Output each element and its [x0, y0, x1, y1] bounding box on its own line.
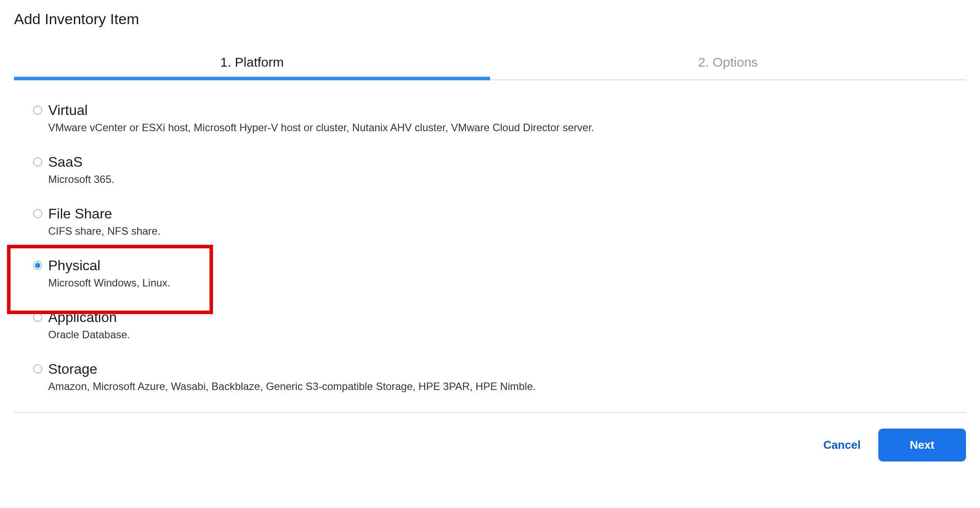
option-desc: Amazon, Microsoft Azure, Wasabi, Backbla…	[48, 380, 536, 393]
option-virtual[interactable]: Virtual VMware vCenter or ESXi host, Mic…	[33, 101, 966, 134]
option-title: Virtual	[48, 101, 594, 119]
option-body: Physical Microsoft Windows, Linux.	[48, 257, 170, 289]
radio-storage[interactable]	[33, 365, 42, 373]
step-platform[interactable]: 1. Platform	[14, 49, 490, 79]
radio-physical[interactable]	[33, 261, 42, 270]
option-body: Application Oracle Database.	[48, 308, 130, 341]
radio-application[interactable]	[33, 313, 42, 322]
radio-saas[interactable]	[33, 157, 42, 166]
option-desc: Oracle Database.	[48, 329, 130, 341]
option-application[interactable]: Application Oracle Database.	[33, 308, 966, 341]
option-body: Virtual VMware vCenter or ESXi host, Mic…	[48, 101, 594, 134]
option-desc: Microsoft Windows, Linux.	[48, 277, 170, 289]
option-title: Application	[48, 308, 130, 326]
option-title: Physical	[48, 257, 170, 274]
option-saas[interactable]: SaaS Microsoft 365.	[33, 153, 966, 186]
radio-file-share[interactable]	[33, 209, 42, 218]
add-inventory-dialog: Add Inventory Item 1. Platform 2. Option…	[0, 0, 980, 393]
option-desc: CIFS share, NFS share.	[48, 225, 160, 237]
option-storage[interactable]: Storage Amazon, Microsoft Azure, Wasabi,…	[33, 360, 966, 393]
option-body: Storage Amazon, Microsoft Azure, Wasabi,…	[48, 360, 536, 393]
dialog-title: Add Inventory Item	[14, 11, 966, 28]
option-desc: Microsoft 365.	[48, 173, 114, 186]
option-body: SaaS Microsoft 365.	[48, 153, 114, 186]
cancel-button[interactable]: Cancel	[823, 438, 860, 452]
radio-virtual[interactable]	[33, 106, 42, 114]
next-button[interactable]: Next	[878, 429, 966, 461]
option-body: File Share CIFS share, NFS share.	[48, 205, 160, 237]
option-title: File Share	[48, 205, 160, 222]
option-desc: VMware vCenter or ESXi host, Microsoft H…	[48, 122, 594, 134]
option-title: SaaS	[48, 153, 114, 171]
platform-options: Virtual VMware vCenter or ESXi host, Mic…	[14, 80, 966, 393]
option-physical[interactable]: Physical Microsoft Windows, Linux.	[33, 257, 966, 289]
dialog-footer: Cancel Next	[0, 413, 980, 461]
option-title: Storage	[48, 360, 536, 378]
step-options[interactable]: 2. Options	[490, 49, 966, 79]
option-file-share[interactable]: File Share CIFS share, NFS share.	[33, 205, 966, 237]
wizard-steps: 1. Platform 2. Options	[14, 49, 966, 80]
